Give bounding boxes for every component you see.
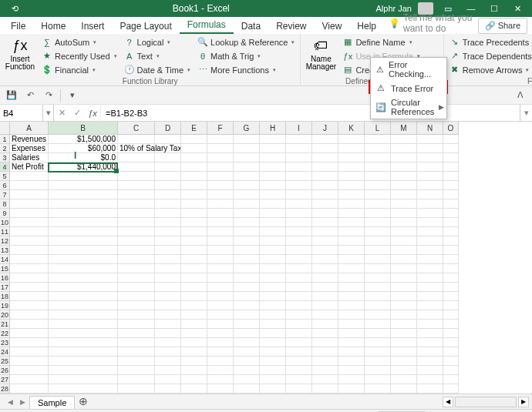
row-header-19[interactable]: 19 (0, 301, 10, 310)
cell-g3[interactable] (234, 153, 260, 162)
cell-f26[interactable] (207, 366, 234, 375)
cell-h11[interactable] (260, 227, 286, 236)
cell-a7[interactable] (10, 190, 49, 199)
cell-e26[interactable] (181, 366, 207, 375)
cell-f14[interactable] (207, 255, 234, 264)
col-header-m[interactable]: M (391, 122, 417, 135)
col-header-c[interactable]: C (118, 122, 155, 135)
cell-a14[interactable] (10, 255, 49, 264)
name-box-dropdown[interactable]: ▾ (43, 105, 54, 121)
cell-k3[interactable] (338, 153, 365, 162)
cell-f24[interactable] (207, 347, 234, 357)
cell-m5[interactable] (391, 172, 417, 181)
cell-f2[interactable] (207, 144, 234, 153)
cell-h18[interactable] (260, 292, 286, 301)
cell-e14[interactable] (181, 255, 207, 264)
cell-c16[interactable] (118, 273, 155, 283)
cell-b6[interactable] (49, 181, 118, 190)
cell-i21[interactable] (286, 320, 312, 329)
row-header-27[interactable]: 27 (0, 375, 10, 384)
cell-m24[interactable] (391, 347, 417, 357)
cell-o8[interactable] (443, 199, 459, 209)
cell-o19[interactable] (443, 301, 459, 310)
cell-o27[interactable] (443, 375, 459, 384)
cell-c6[interactable] (118, 181, 155, 190)
cell-i24[interactable] (286, 347, 312, 357)
cell-k17[interactable] (338, 283, 365, 292)
cell-g20[interactable] (234, 310, 260, 320)
cell-k26[interactable] (338, 366, 365, 375)
cell-e21[interactable] (181, 320, 207, 329)
hscroll-track[interactable] (455, 397, 517, 407)
cell-g1[interactable] (234, 135, 260, 144)
cell-g17[interactable] (234, 283, 260, 292)
cell-h19[interactable] (260, 301, 286, 310)
math-trig-button[interactable]: θMath & Trig▾ (195, 49, 297, 62)
cell-a10[interactable] (10, 218, 49, 227)
cell-n24[interactable] (417, 347, 443, 357)
cell-c26[interactable] (118, 366, 155, 375)
cell-c19[interactable] (118, 301, 155, 310)
cell-l16[interactable] (365, 273, 391, 283)
cell-c13[interactable] (118, 246, 155, 255)
cell-e3[interactable] (181, 153, 207, 162)
cell-k15[interactable] (338, 264, 365, 273)
cell-d9[interactable] (155, 209, 181, 218)
cell-i16[interactable] (286, 273, 312, 283)
cell-o25[interactable] (443, 357, 459, 366)
cell-m17[interactable] (391, 283, 417, 292)
cell-g23[interactable] (234, 338, 260, 347)
cell-b15[interactable] (49, 264, 118, 273)
cell-l15[interactable] (365, 264, 391, 273)
cell-i6[interactable] (286, 181, 312, 190)
cell-h4[interactable] (260, 162, 286, 172)
cell-k9[interactable] (338, 209, 365, 218)
trace-precedents-button[interactable]: ↘Trace Precedents (447, 35, 532, 49)
cell-a8[interactable] (10, 199, 49, 209)
cell-i26[interactable] (286, 366, 312, 375)
cell-i20[interactable] (286, 310, 312, 320)
cell-e27[interactable] (181, 375, 207, 384)
cell-d24[interactable] (155, 347, 181, 357)
cell-h10[interactable] (260, 218, 286, 227)
cell-e24[interactable] (181, 347, 207, 357)
cell-d17[interactable] (155, 283, 181, 292)
cell-b20[interactable] (49, 310, 118, 320)
cell-c10[interactable] (118, 218, 155, 227)
row-header-16[interactable]: 16 (0, 273, 10, 283)
maximize-icon[interactable]: ☐ (483, 0, 506, 17)
cell-j22[interactable] (312, 329, 338, 338)
cell-g28[interactable] (234, 384, 260, 394)
cell-f22[interactable] (207, 329, 234, 338)
cell-l7[interactable] (365, 190, 391, 199)
cell-a11[interactable] (10, 227, 49, 236)
cell-k18[interactable] (338, 292, 365, 301)
cell-o20[interactable] (443, 310, 459, 320)
cell-a27[interactable] (10, 375, 49, 384)
cell-j6[interactable] (312, 181, 338, 190)
cell-n21[interactable] (417, 320, 443, 329)
cell-c22[interactable] (118, 329, 155, 338)
cell-k25[interactable] (338, 357, 365, 366)
row-header-4[interactable]: 4 (0, 162, 10, 172)
row-header-5[interactable]: 5 (0, 172, 10, 181)
cell-b23[interactable] (49, 338, 118, 347)
cell-f20[interactable] (207, 310, 234, 320)
collapse-ribbon-icon[interactable]: ᐱ (513, 89, 527, 102)
cell-e5[interactable] (181, 172, 207, 181)
row-header-13[interactable]: 13 (0, 246, 10, 255)
cell-e1[interactable] (181, 135, 207, 144)
menu-error-checking[interactable]: ⚠Error Checking... (371, 58, 446, 81)
row-header-6[interactable]: 6 (0, 181, 10, 190)
cell-o9[interactable] (443, 209, 459, 218)
cell-h7[interactable] (260, 190, 286, 199)
cell-f18[interactable] (207, 292, 234, 301)
row-header-8[interactable]: 8 (0, 199, 10, 209)
cell-g12[interactable] (234, 236, 260, 246)
cell-m22[interactable] (391, 329, 417, 338)
cell-i17[interactable] (286, 283, 312, 292)
cell-i3[interactable] (286, 153, 312, 162)
cell-n27[interactable] (417, 375, 443, 384)
cell-o18[interactable] (443, 292, 459, 301)
cell-l27[interactable] (365, 375, 391, 384)
